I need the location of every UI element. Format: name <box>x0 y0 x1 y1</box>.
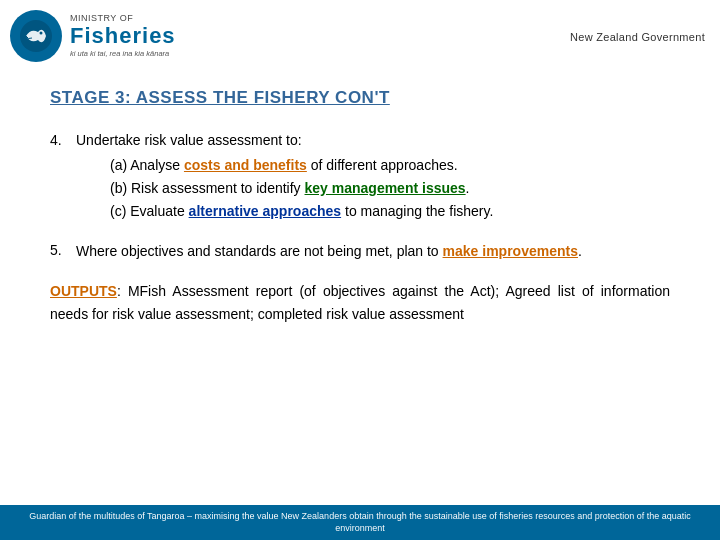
sub-a-highlight: costs and benefits <box>184 157 307 173</box>
fisheries-title: Fisheries <box>70 24 176 48</box>
sub-c-prefix: (c) Evaluate <box>110 203 189 219</box>
logo-area: Ministry of Fisheries ki uta ki tai, rea… <box>10 10 176 62</box>
sub-b-highlight: key management issues <box>305 180 466 196</box>
svg-point-1 <box>40 32 43 35</box>
item5-text: Where objectives and standards are not b… <box>76 240 582 262</box>
tagline: ki uta ki tai, rea ina kia kānara <box>70 50 176 58</box>
footer: Guardian of the multitudes of Tangaroa –… <box>0 505 720 540</box>
sub-b-suffix: . <box>466 180 470 196</box>
nz-govt-label: New Zealand Government <box>570 31 705 43</box>
outputs-label: OUTPUTS <box>50 283 117 299</box>
section-item5: 5. Where objectives and standards are no… <box>50 240 670 262</box>
nz-govt-area: New Zealand Government <box>570 28 705 44</box>
item5-row: 5. Where objectives and standards are no… <box>50 240 670 262</box>
sub-a-suffix: of different approaches. <box>307 157 458 173</box>
item5-highlight: make improvements <box>443 243 578 259</box>
outputs-text: : MFish Assessment report (of objectives… <box>50 283 670 321</box>
sub-item-b: (b) Risk assessment to identify key mana… <box>110 178 670 199</box>
footer-text: Guardian of the multitudes of Tangaroa –… <box>29 511 691 534</box>
fisheries-logo <box>10 10 62 62</box>
item4-text: Undertake risk value assessment to: <box>76 130 302 151</box>
outputs-section: OUTPUTS: MFish Assessment report (of obj… <box>50 280 670 325</box>
sub-item-a: (a) Analyse costs and benefits of differ… <box>110 155 670 176</box>
item4-number: 4. <box>50 130 70 151</box>
sub-b-prefix: (b) Risk assessment to identify <box>110 180 305 196</box>
item5-number: 5. <box>50 240 70 262</box>
section-item4: 4. Undertake risk value assessment to: (… <box>50 130 670 222</box>
item5-prefix: Where objectives and standards are not b… <box>76 243 443 259</box>
item4-row: 4. Undertake risk value assessment to: <box>50 130 670 151</box>
header: Ministry of Fisheries ki uta ki tai, rea… <box>0 0 720 70</box>
sub-a-prefix: (a) Analyse <box>110 157 184 173</box>
sub-c-highlight: alternative approaches <box>189 203 342 219</box>
stage-title: STAGE 3: ASSESS THE FISHERY CON'T <box>50 88 670 108</box>
sub-item-c: (c) Evaluate alternative approaches to m… <box>110 201 670 222</box>
item5-suffix: . <box>578 243 582 259</box>
logo-text: Ministry of Fisheries ki uta ki tai, rea… <box>70 14 176 58</box>
sub-c-suffix: to managing the fishery. <box>341 203 493 219</box>
main-content: STAGE 3: ASSESS THE FISHERY CON'T 4. Und… <box>0 70 720 335</box>
